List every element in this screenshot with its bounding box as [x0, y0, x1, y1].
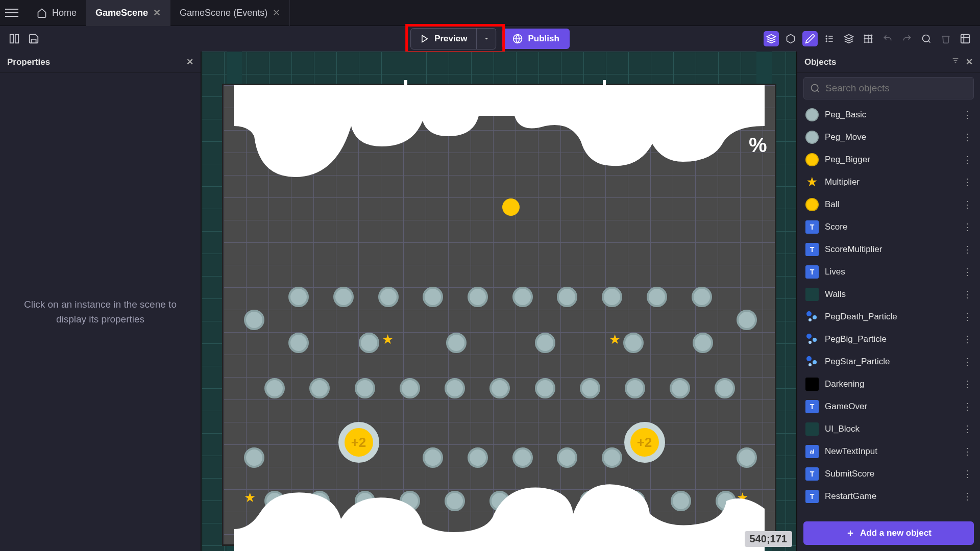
peg-instance[interactable]	[445, 378, 465, 398]
peg-bigger-instance[interactable]: +2	[624, 422, 665, 463]
clouds-top[interactable]	[234, 85, 765, 187]
object-menu-button[interactable]: ⋮	[963, 401, 972, 412]
tab-events[interactable]: GameScene (Events) ✕	[170, 0, 290, 26]
lives-text[interactable]: Lives: 0	[282, 106, 381, 136]
peg-bigger-instance[interactable]: +2	[338, 422, 379, 463]
peg-instance[interactable]	[580, 378, 600, 398]
object-item-pegstar_particle[interactable]: PegStar_Particle⋮	[800, 350, 977, 373]
preview-dropdown[interactable]	[476, 29, 496, 49]
delete-button[interactable]	[938, 31, 953, 46]
peg-instance[interactable]	[446, 333, 467, 353]
peg-instance[interactable]	[692, 287, 712, 307]
object-item-ball[interactable]: Ball⋮	[800, 193, 977, 216]
object-menu-button[interactable]: ⋮	[963, 311, 972, 322]
object-item-darkening[interactable]: Darkening⋮	[800, 373, 977, 395]
object-menu-button[interactable]: ⋮	[963, 446, 972, 457]
object-item-restartgame[interactable]: TRestartGame⋮	[800, 485, 977, 508]
object-item-peg_basic[interactable]: Peg_Basic⋮	[800, 104, 977, 126]
object-item-peg_move[interactable]: Peg_Move⋮	[800, 126, 977, 148]
peg-instance[interactable]	[647, 287, 667, 307]
tool-grid-icon[interactable]	[861, 31, 876, 46]
object-item-ui_block[interactable]: UI_Block⋮	[800, 418, 977, 440]
object-menu-button[interactable]: ⋮	[963, 221, 972, 233]
score-text[interactable]: Score: 0	[619, 106, 723, 136]
object-menu-button[interactable]: ⋮	[963, 379, 972, 390]
object-menu-button[interactable]: ⋮	[963, 423, 972, 435]
search-input[interactable]	[825, 83, 967, 94]
object-menu-button[interactable]: ⋮	[963, 109, 972, 120]
peg-instance[interactable]	[512, 287, 533, 307]
peg-instance[interactable]	[535, 333, 555, 353]
close-icon[interactable]: ✕	[186, 57, 193, 67]
peg-instance[interactable]	[737, 310, 757, 330]
tool-3d-icon[interactable]	[764, 31, 779, 46]
close-icon[interactable]: ✕	[153, 7, 161, 18]
tab-home[interactable]: Home	[28, 0, 86, 26]
peg-instance[interactable]	[625, 378, 645, 398]
object-item-gameover[interactable]: TGameOver⋮	[800, 395, 977, 418]
peg-instance[interactable]	[400, 378, 420, 398]
multiplier-text[interactable]: %	[749, 134, 767, 157]
peg-instance[interactable]	[602, 287, 622, 307]
object-menu-button[interactable]: ⋮	[963, 132, 972, 143]
filter-icon[interactable]	[951, 57, 960, 67]
peg-instance[interactable]	[309, 378, 330, 398]
undo-button[interactable]	[880, 31, 895, 46]
search-objects[interactable]	[803, 77, 974, 99]
peg-instance[interactable]	[244, 310, 264, 330]
tool-cube-icon[interactable]	[783, 31, 798, 46]
peg-instance[interactable]	[535, 378, 555, 398]
object-item-pegdeath_particle[interactable]: PegDeath_Particle⋮	[800, 306, 977, 328]
object-menu-button[interactable]: ⋮	[963, 491, 972, 502]
object-menu-button[interactable]: ⋮	[963, 289, 972, 300]
redo-button[interactable]	[899, 31, 915, 46]
object-item-pegbig_particle[interactable]: PegBig_Particle⋮	[800, 328, 977, 350]
peg-instance[interactable]	[264, 378, 285, 398]
peg-instance[interactable]	[489, 378, 510, 398]
save-button[interactable]	[27, 32, 41, 46]
tab-scene[interactable]: GameScene ✕	[86, 0, 170, 26]
object-item-newtextinput[interactable]: aINewTextInput⋮	[800, 440, 977, 463]
peg-instance[interactable]	[288, 333, 309, 353]
scene-editor[interactable]: Lives: 0 Score: 0 % ★★★★ +2 +2 540;171	[202, 52, 796, 551]
peg-instance[interactable]	[623, 333, 644, 353]
object-menu-button[interactable]: ⋮	[963, 356, 972, 367]
peg-instance[interactable]	[423, 287, 443, 307]
preview-button[interactable]: Preview	[411, 29, 476, 49]
settings-button[interactable]	[958, 31, 973, 46]
peg-instance[interactable]	[288, 287, 309, 307]
object-item-scoremultiplier[interactable]: TScoreMultiplier⋮	[800, 238, 977, 261]
peg-instance[interactable]	[359, 333, 379, 353]
peg-instance[interactable]	[693, 333, 713, 353]
peg-instance[interactable]	[378, 287, 399, 307]
object-menu-button[interactable]: ⋮	[963, 334, 972, 345]
tool-list-icon[interactable]	[822, 31, 837, 46]
panel-toggle-button[interactable]	[7, 32, 21, 46]
peg-instance[interactable]	[557, 287, 577, 307]
object-menu-button[interactable]: ⋮	[963, 244, 972, 255]
peg-instance[interactable]	[670, 378, 690, 398]
object-menu-button[interactable]: ⋮	[963, 154, 972, 165]
tool-layers-icon[interactable]	[841, 31, 856, 46]
object-menu-button[interactable]: ⋮	[963, 266, 972, 278]
object-menu-button[interactable]: ⋮	[963, 199, 972, 210]
close-icon[interactable]: ✕	[273, 7, 280, 18]
object-item-lives[interactable]: TLives⋮	[800, 261, 977, 283]
peg-instance[interactable]	[715, 378, 735, 398]
ball-instance[interactable]	[502, 198, 520, 216]
clouds-bottom[interactable]	[234, 463, 765, 551]
add-object-button[interactable]: Add a new object	[803, 521, 974, 545]
menu-button[interactable]	[5, 6, 18, 19]
zoom-button[interactable]	[919, 31, 934, 46]
object-menu-button[interactable]: ⋮	[963, 468, 972, 480]
multiplier-star[interactable]: ★	[609, 332, 621, 347]
peg-instance[interactable]	[468, 287, 488, 307]
publish-button[interactable]: Publish	[502, 29, 569, 49]
close-icon[interactable]: ✕	[966, 57, 973, 67]
multiplier-star[interactable]: ★	[382, 332, 394, 347]
object-item-score[interactable]: TScore⋮	[800, 216, 977, 238]
object-item-walls[interactable]: Walls⋮	[800, 283, 977, 306]
object-item-submitscore[interactable]: TSubmitScore⋮	[800, 463, 977, 485]
tool-edit-icon[interactable]	[802, 31, 818, 46]
object-item-peg_bigger[interactable]: Peg_Bigger⋮	[800, 148, 977, 171]
